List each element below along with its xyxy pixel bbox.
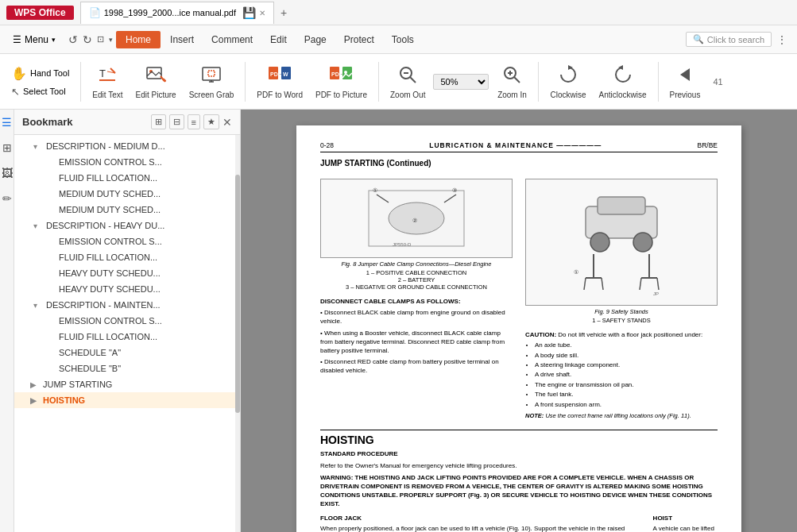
bookmark-label: EMISSION CONTROL S...: [59, 316, 234, 326]
divider-2: [245, 62, 246, 102]
svg-marker-29: [680, 68, 690, 81]
select-icon: ↖: [11, 86, 20, 98]
svg-text:W: W: [283, 71, 288, 77]
svg-line-44: [584, 278, 586, 290]
insert-menu-item[interactable]: Insert: [162, 31, 202, 48]
previous-button[interactable]: Previous: [665, 60, 706, 102]
edit-menu-item[interactable]: Edit: [262, 31, 295, 48]
new-tab-button[interactable]: +: [274, 5, 293, 21]
wps-logo[interactable]: WPS Office: [6, 6, 74, 20]
anticlockwise-label: Anticlockwise: [598, 91, 646, 99]
toolbar: ✋ Hand Tool ↖ Select Tool T Edit Text: [0, 54, 797, 110]
screen-grab-label: Screen Grab: [189, 91, 234, 99]
doc-area: 0-28 LUBRICATION & MAINTENANCE —————— BR…: [241, 110, 797, 532]
std-procedure-title: STANDARD PROCEDURE: [320, 449, 718, 458]
zoom-in-icon: [501, 64, 523, 89]
sidebar-action-2[interactable]: ⊟: [169, 114, 184, 129]
page-num-value: 41: [713, 77, 722, 87]
titlebar: WPS Office 📄 1998_1999_2000...ice manual…: [0, 0, 797, 25]
bookmark-item[interactable]: FLUID FILL LOCATION...: [14, 329, 240, 345]
bookmark-item[interactable]: ▾ DESCRIPTION - HEAVY DU...: [14, 218, 240, 233]
edit-picture-label: Edit Picture: [136, 91, 176, 99]
bookmark-item[interactable]: MEDIUM DUTY SCHED...: [14, 186, 240, 202]
sidebar-action-1[interactable]: ⊞: [151, 114, 166, 129]
warning-text: WARNING: THE HOISTING AND JACK LIFTING P…: [320, 473, 718, 509]
sidebar-action-4[interactable]: ★: [203, 114, 219, 129]
bookmark-item[interactable]: EMISSION CONTROL S...: [14, 313, 240, 329]
bookmark-item[interactable]: EMISSION CONTROL S...: [14, 154, 240, 170]
divider-3: [378, 62, 379, 102]
sidebar: Bookmark ⊞ ⊟ ≡ ★ ✕ ▾ DESCRIPTION - MEDIU…: [14, 110, 241, 532]
fig9-labels: 1 – SAFETY STANDS: [525, 317, 718, 324]
home-menu-item[interactable]: Home: [116, 31, 161, 48]
bookmark-label: MEDIUM DUTY SCHED...: [59, 189, 234, 199]
panel-layers-icon[interactable]: 🖼: [0, 164, 16, 183]
screen-grab-button[interactable]: Screen Grab: [184, 60, 239, 102]
bookmark-item[interactable]: SCHEDULE "B": [14, 360, 240, 376]
sidebar-actions: ⊞ ⊟ ≡ ★ ✕: [151, 114, 232, 129]
bookmark-item[interactable]: ▾ DESCRIPTION - MAINTEN...: [14, 297, 240, 313]
document-tab[interactable]: 📄 1998_1999_2000...ice manual.pdf 💾 ✕: [80, 2, 274, 24]
sidebar-action-3[interactable]: ≡: [188, 114, 200, 129]
page-menu-item[interactable]: Page: [296, 31, 335, 48]
bookmark-item[interactable]: EMISSION CONTROL S...: [14, 233, 240, 249]
dropdown-btn[interactable]: ▾: [107, 32, 114, 48]
svg-text:JP550-D: JP550-D: [393, 242, 412, 247]
anticlockwise-icon: [612, 64, 634, 89]
tools-menu-item[interactable]: Tools: [384, 31, 422, 48]
edit-text-button[interactable]: T Edit Text: [87, 60, 127, 102]
screen-btn[interactable]: ⊡: [95, 32, 106, 48]
scrollbar-thumb[interactable]: [235, 175, 240, 413]
section-name: LUBRICATION & MAINTENANCE ——————: [429, 141, 602, 149]
main-area: ☰ ⊞ 🖼 ✏ Bookmark ⊞ ⊟ ≡ ★ ✕ ▾ DESCRIPTION…: [0, 110, 797, 532]
bookmark-item[interactable]: HEAVY DUTY SCHEDU...: [14, 265, 240, 281]
bookmark-item[interactable]: MEDIUM DUTY SCHED...: [14, 202, 240, 218]
nav-arrows: ↺ ↻ ⊡ ▾: [67, 32, 114, 48]
tab-bar: 📄 1998_1999_2000...ice manual.pdf 💾 ✕ +: [80, 2, 791, 24]
edit-text-icon: T: [96, 64, 118, 89]
bookmark-item[interactable]: HEAVY DUTY SCHEDU...: [14, 281, 240, 297]
panel-thumbnails-icon[interactable]: ⊞: [0, 138, 15, 157]
panel-bookmarks-icon[interactable]: ☰: [0, 113, 15, 132]
pdf-to-word-icon: PDF → W: [267, 64, 292, 89]
svg-rect-11: [208, 71, 215, 76]
select-tool-button[interactable]: ↖ Select Tool: [6, 84, 74, 99]
undo-button[interactable]: ↺: [67, 32, 79, 48]
svg-text:②: ②: [412, 218, 417, 223]
bookmark-item[interactable]: ▾ DESCRIPTION - MEDIUM D...: [14, 138, 240, 154]
bookmark-item-hoisting[interactable]: ▶ HOISTING: [14, 392, 240, 408]
bookmark-item[interactable]: ▶ JUMP STARTING: [14, 376, 240, 392]
hand-tool-button[interactable]: ✋ Hand Tool: [6, 64, 74, 83]
zoom-in-button[interactable]: Zoom In: [492, 60, 532, 102]
zoom-out-button[interactable]: Zoom Out: [385, 60, 430, 102]
more-options-button[interactable]: ⋮: [773, 30, 791, 49]
protect-menu-item[interactable]: Protect: [336, 31, 382, 48]
hand-icon: ✋: [11, 66, 27, 81]
search-box[interactable]: 🔍 Click to search: [686, 32, 772, 47]
tab-close-button[interactable]: ✕: [259, 9, 265, 17]
bookmark-item[interactable]: SCHEDULE "A": [14, 345, 240, 360]
bookmark-label: JUMP STARTING: [43, 380, 234, 389]
doc-right-col: ① JP Fig. 9 Safety Stands 1 – SAFETY STA…: [525, 172, 718, 423]
sidebar-close-button[interactable]: ✕: [222, 114, 232, 129]
zoom-select[interactable]: 50% 75% 100% 125% 150%: [433, 74, 489, 90]
comment-menu-item[interactable]: Comment: [203, 31, 261, 48]
redo-button[interactable]: ↻: [81, 32, 94, 48]
pdf-to-word-button[interactable]: PDF → W PDF to Word: [252, 60, 308, 102]
anticlockwise-button[interactable]: Anticlockwise: [594, 60, 651, 102]
pdf-to-picture-button[interactable]: PDF → PDF to Picture: [311, 60, 372, 102]
menu-button[interactable]: ☰ Menu ▾: [6, 31, 62, 48]
clockwise-label: Clockwise: [550, 91, 586, 99]
bookmark-item[interactable]: FLUID FILL LOCATION...: [14, 249, 240, 265]
bookmark-label: SCHEDULE "B": [59, 364, 234, 373]
doc-two-col: ① ② ③ JP550-D Fig. 8 Jumper Cable Clamp …: [320, 172, 718, 423]
bookmark-label: HOISTING: [43, 395, 234, 405]
bookmark-item[interactable]: FLUID FILL LOCATION...: [14, 170, 240, 186]
clockwise-button[interactable]: Clockwise: [545, 60, 590, 102]
bookmark-label: DESCRIPTION - MAINTEN...: [46, 300, 234, 310]
fig9: ① JP Fig. 9 Safety Stands 1 – SAFETY STA…: [525, 179, 718, 324]
bookmark-label: EMISSION CONTROL S...: [59, 157, 234, 167]
edit-picture-button[interactable]: Edit Picture: [131, 60, 181, 102]
search-icon: 🔍: [693, 34, 704, 44]
panel-annotations-icon[interactable]: ✏: [0, 189, 15, 208]
